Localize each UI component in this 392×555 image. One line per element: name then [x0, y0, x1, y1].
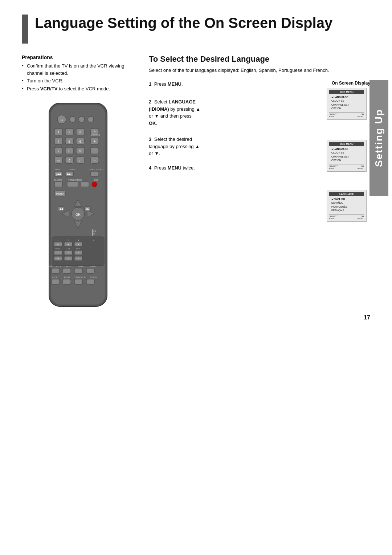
screen-1-title: OSD MENU [329, 90, 364, 94]
svg-text:+: + [57, 252, 59, 254]
svg-text:+: + [68, 252, 69, 254]
section-heading: To Select the Desired Language [149, 54, 370, 64]
svg-text:MENU: MENU [56, 192, 64, 195]
svg-text:4: 4 [57, 140, 59, 143]
svg-text:0: 0 [68, 159, 70, 162]
prep-item-3: Press VCR/TV to select the VCR mode. [22, 85, 134, 93]
svg-text:1: 1 [57, 130, 59, 134]
svg-text:8: 8 [68, 149, 70, 153]
screen-3-item-espanol: ESPAÑOL [329, 201, 364, 205]
preparations-heading: Preparations [22, 54, 134, 60]
svg-text:RESET: RESET [64, 276, 70, 278]
svg-text:2: 2 [68, 130, 70, 134]
screen-3-item-francais: FRANÇAIS [329, 209, 364, 213]
screen-1-item-option: OPTION [329, 107, 364, 111]
prep-item-2: Turn on the VCR. [22, 77, 134, 85]
screen-2-item-option: OPTION [329, 159, 364, 163]
right-column: To Select the Desired Language Select on… [149, 54, 370, 310]
svg-text:VCR/TV: VCR/TV [90, 276, 97, 278]
step-4: 4 Press MENU twice. [149, 164, 319, 172]
screen-1-item-language: LANGUAGE [329, 95, 364, 99]
svg-text:⏻: ⏻ [61, 119, 63, 121]
svg-text:+: + [78, 252, 79, 254]
svg-text:-/--: -/-- [79, 159, 82, 162]
svg-text:5: 5 [68, 140, 70, 143]
screen-2-footer: SELECT :OK [329, 164, 364, 167]
svg-text:−: − [68, 257, 69, 260]
step-4-number: 4 [149, 165, 151, 171]
page-container: Setting Up Language Setting of the On Sc… [0, 0, 392, 332]
screen-2-title: OSD MENU [329, 142, 364, 146]
svg-text:−: − [94, 158, 96, 162]
svg-text:OK: OK [75, 213, 81, 216]
osd-column-label: On Screen Display [327, 81, 370, 86]
svg-text:▶▶|: ▶▶| [67, 173, 72, 176]
svg-rect-111 [86, 279, 94, 284]
svg-rect-102 [74, 268, 82, 273]
svg-text:6: 6 [79, 140, 81, 143]
svg-point-5 [79, 117, 85, 122]
svg-text:|◀◀: |◀◀ [56, 173, 61, 176]
step-2-number: 2 [149, 99, 151, 105]
svg-text:+: + [78, 243, 79, 246]
svg-text:9: 9 [79, 149, 81, 153]
svg-text:−: − [94, 149, 96, 153]
svg-text:PICTURE MODE: PICTURE MODE [68, 179, 82, 181]
svg-text:AV: AV [57, 159, 60, 162]
svg-text:TIMER: TIMER [90, 265, 96, 268]
prep-item-1: Confirm that the TV is on and the VCR vi… [22, 62, 134, 77]
svg-point-54 [92, 182, 97, 187]
step-3: 3 Select the desired language by pressin… [149, 136, 319, 157]
svg-text:PROG.CHECK: PROG.CHECK [49, 265, 61, 268]
svg-text:DATE: DATE [55, 248, 61, 250]
osd-area: 1 Press MENU. 2 Select LANGUAGE (IDIOMA)… [149, 81, 370, 225]
svg-text:3: 3 [79, 130, 81, 134]
screen-mockup-2: OSD MENU LANGUAGE CLOCK SET CHANNEL SET … [327, 140, 367, 172]
page-title: Language Setting of the On Screen Displa… [35, 15, 332, 31]
steps-column: 1 Press MENU. 2 Select LANGUAGE (IDIOMA)… [149, 81, 319, 178]
left-column: Preparations Confirm that the TV is on a… [22, 54, 134, 310]
screen-3-item-portugues: PORTUGUÊS [329, 205, 364, 209]
svg-text:INPUT SELECT: INPUT SELECT [89, 168, 105, 171]
svg-rect-109 [63, 279, 71, 284]
svg-text:▶▶: ▶▶ [86, 208, 90, 210]
svg-text:INDEX: INDEX [69, 168, 75, 171]
section-intro: Select one of the four languages display… [149, 67, 370, 74]
svg-rect-110 [74, 279, 82, 284]
screen-2-item-clockset: CLOCK SET [329, 151, 364, 155]
svg-text:+: + [94, 139, 96, 143]
step-1: 1 Press MENU. [149, 81, 319, 88]
step-2: 2 Select LANGUAGE (IDIOMA) by pressing ▲… [149, 98, 319, 127]
side-label: Setting Up [369, 80, 388, 196]
svg-rect-53 [81, 182, 89, 187]
svg-text:+: + [68, 243, 69, 246]
svg-text:REC: REC [94, 179, 98, 181]
screen-3-item-english: ENGLISH [329, 197, 364, 201]
screen-2-item-language: LANGUAGE [329, 147, 364, 151]
svg-text:v: v [57, 257, 59, 260]
screen-3-footer: SELECT :OK [329, 214, 364, 217]
svg-text:ON: ON [67, 248, 70, 250]
svg-text:CANCEL: CANCEL [65, 265, 72, 268]
step-3-number: 3 [149, 136, 151, 142]
content-columns: Preparations Confirm that the TV is on a… [22, 54, 370, 310]
svg-point-6 [88, 117, 94, 122]
svg-text:−: − [78, 257, 79, 260]
screen-1-item-clockset: CLOCK SET [329, 99, 364, 103]
svg-rect-51 [54, 182, 62, 187]
title-section: Language Setting of the On Screen Displa… [22, 15, 370, 44]
page-number: 17 [364, 314, 370, 321]
svg-text:SPEED: SPEED [78, 265, 84, 268]
screen-mockup-3: LANGUAGE ENGLISH ESPAÑOL PORTUGUÊS FRANÇ… [327, 190, 367, 222]
preparations-list: Confirm that the TV is on and the VCR vi… [22, 62, 134, 92]
svg-rect-108 [52, 279, 60, 284]
svg-text:VOLUME: VOLUME [91, 134, 100, 136]
svg-point-4 [70, 117, 75, 122]
screen-1-item-channelset: CHANNEL SET [329, 103, 364, 107]
svg-text:AUDIO: AUDIO [52, 276, 58, 278]
svg-text:7: 7 [57, 149, 59, 153]
step-1-number: 1 [149, 81, 151, 87]
svg-rect-47 [91, 171, 99, 176]
svg-rect-101 [63, 268, 71, 273]
svg-text:SEARCH: SEARCH [54, 179, 62, 181]
